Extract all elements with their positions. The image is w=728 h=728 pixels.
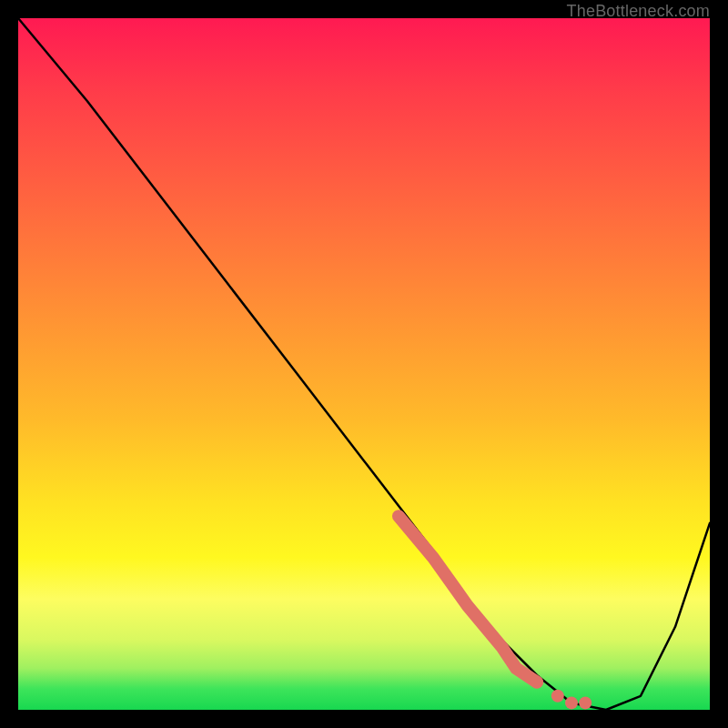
chart-frame: TheBottleneck.com — [0, 0, 728, 728]
highlight-dot — [531, 676, 543, 689]
highlight-segment-group — [399, 516, 592, 709]
highlight-dot — [551, 690, 564, 703]
highlight-thick-path — [399, 516, 537, 682]
bottleneck-curve-path — [18, 18, 710, 710]
chart-svg — [18, 18, 710, 710]
highlight-dot — [565, 696, 578, 709]
plot-area — [18, 18, 710, 710]
highlight-dot — [579, 696, 592, 709]
